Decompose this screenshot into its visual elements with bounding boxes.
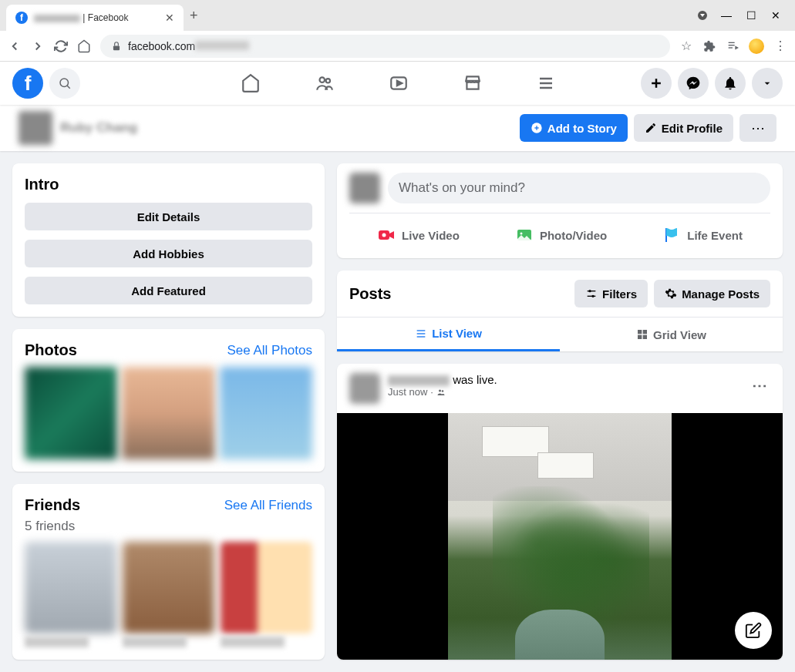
add-to-story-button[interactable]: Add to Story: [520, 114, 628, 142]
posts-title: Posts: [349, 285, 391, 303]
content-area: Intro Edit Details Add Hobbies Add Featu…: [0, 151, 795, 672]
photo-thumb[interactable]: [25, 367, 117, 459]
url-field[interactable]: facebook.com: [100, 35, 670, 58]
window-controls: — ☐ ✕: [698, 10, 789, 21]
browser-chrome: f | Facebook ✕ + — ☐ ✕ facebook.com ☆ ⋮: [0, 0, 795, 62]
intro-card: Intro Edit Details Add Hobbies Add Featu…: [12, 163, 325, 317]
pencil-icon: [645, 122, 657, 134]
notifications-button[interactable]: [715, 68, 746, 99]
lock-icon: [111, 41, 122, 52]
left-column: Intro Edit Details Add Hobbies Add Featu…: [12, 163, 325, 660]
edit-icon: [745, 622, 762, 639]
extensions-icon[interactable]: [702, 39, 716, 53]
nav-home[interactable]: [241, 73, 261, 93]
edit-fab-button[interactable]: [735, 612, 772, 649]
edit-profile-button[interactable]: Edit Profile: [634, 114, 733, 142]
friend-item[interactable]: [25, 542, 116, 647]
right-column: What's on your mind? Live Video Photo/Vi…: [337, 163, 783, 660]
svg-point-23: [520, 233, 522, 235]
back-button[interactable]: [8, 39, 22, 53]
video-camera-icon: [377, 226, 396, 244]
manage-posts-button[interactable]: Manage Posts: [654, 280, 770, 307]
plus-icon: [648, 76, 664, 91]
svg-point-8: [325, 79, 329, 82]
svg-point-36: [442, 390, 444, 392]
nav-marketplace[interactable]: [463, 73, 483, 93]
home-button[interactable]: [77, 39, 91, 53]
live-video-button[interactable]: Live Video: [366, 221, 470, 249]
life-event-button[interactable]: Life Event: [652, 221, 753, 249]
svg-point-35: [439, 389, 441, 391]
composer-input[interactable]: What's on your mind?: [388, 173, 770, 203]
post-timestamp: Just now ·: [388, 386, 741, 398]
add-hobbies-button[interactable]: Add Hobbies: [25, 240, 312, 267]
flag-icon: [662, 226, 681, 244]
profile-more-button[interactable]: ⋯: [739, 114, 776, 142]
post-author-line: was live.: [388, 373, 741, 386]
list-view-tab[interactable]: List View: [337, 318, 560, 351]
edit-details-button[interactable]: Edit Details: [25, 203, 312, 230]
extension-yellow-icon[interactable]: [749, 39, 764, 54]
profile-indicator-icon[interactable]: [698, 11, 707, 20]
see-all-photos-link[interactable]: See All Photos: [227, 343, 312, 358]
photo-video-button[interactable]: Photo/Video: [504, 221, 618, 249]
grid-icon: [636, 328, 648, 341]
see-all-friends-link[interactable]: See All Friends: [224, 498, 312, 513]
search-icon: [58, 76, 72, 90]
tab-close-icon[interactable]: ✕: [165, 12, 174, 24]
post-author-name[interactable]: [388, 375, 450, 386]
post-card: was live. Just now · ⋯: [337, 364, 783, 660]
post-author-avatar[interactable]: [349, 373, 380, 404]
star-icon[interactable]: ☆: [679, 39, 693, 53]
plus-circle-icon: [531, 122, 543, 134]
maximize-button[interactable]: ☐: [746, 10, 756, 21]
reload-button[interactable]: [54, 39, 68, 53]
photo-thumb[interactable]: [220, 367, 312, 459]
friend-grid: [25, 542, 312, 647]
forward-button[interactable]: [31, 39, 45, 53]
svg-line-6: [67, 86, 70, 89]
audience-friends-icon: [436, 388, 446, 397]
friend-item[interactable]: [221, 542, 312, 647]
gear-icon: [665, 287, 677, 300]
grid-view-tab[interactable]: Grid View: [560, 318, 783, 351]
messenger-icon: [686, 76, 701, 91]
browser-menu-icon[interactable]: ⋮: [773, 39, 787, 53]
new-tab-button[interactable]: +: [190, 8, 198, 24]
friend-item[interactable]: [123, 542, 214, 647]
composer-card: What's on your mind? Live Video Photo/Vi…: [337, 163, 783, 258]
filters-button[interactable]: Filters: [574, 280, 648, 307]
create-button[interactable]: [641, 68, 672, 99]
svg-point-25: [588, 290, 591, 292]
account-button[interactable]: [752, 68, 783, 99]
nav-friends[interactable]: [315, 73, 335, 93]
profile-header: Ruby Chang Add to Story Edit Profile ⋯: [0, 105, 795, 151]
photos-title: Photos: [25, 341, 77, 359]
reading-list-icon[interactable]: [726, 39, 739, 53]
messenger-button[interactable]: [678, 68, 709, 99]
photo-grid: [25, 367, 312, 459]
nav-watch[interactable]: [389, 73, 409, 93]
sliders-icon: [585, 287, 598, 300]
post-media[interactable]: [337, 413, 783, 660]
search-button[interactable]: [49, 68, 80, 99]
add-featured-button[interactable]: Add Featured: [25, 277, 312, 304]
friends-count: 5 friends: [25, 519, 312, 534]
profile-avatar-small[interactable]: [19, 111, 52, 145]
nav-menu[interactable]: [537, 73, 555, 93]
composer-avatar[interactable]: [349, 173, 380, 203]
photo-thumb[interactable]: [122, 367, 214, 459]
svg-rect-32: [643, 330, 647, 334]
bell-icon: [723, 76, 738, 91]
facebook-logo[interactable]: f: [12, 68, 43, 99]
view-tabs: List View Grid View: [337, 318, 783, 351]
post-image: [448, 413, 672, 660]
svg-rect-0: [113, 45, 120, 50]
post-more-button[interactable]: ⋯: [749, 373, 770, 398]
close-window-button[interactable]: ✕: [770, 10, 781, 21]
chevron-down-icon: [761, 77, 773, 89]
browser-tab[interactable]: f | Facebook ✕: [6, 5, 184, 31]
svg-marker-20: [389, 231, 394, 239]
svg-rect-34: [643, 335, 647, 339]
minimize-button[interactable]: —: [721, 10, 732, 21]
